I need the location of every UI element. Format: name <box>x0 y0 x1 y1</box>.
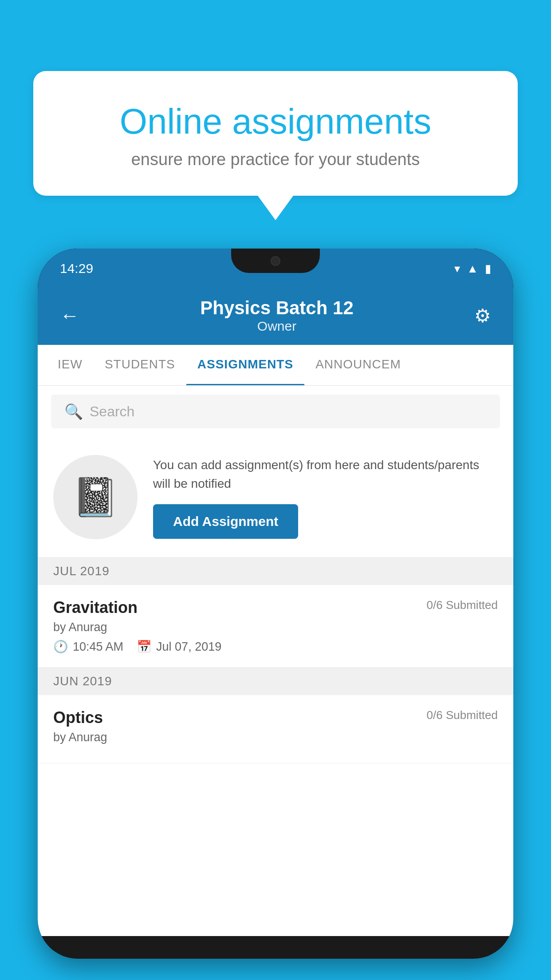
phone-notch <box>231 249 320 273</box>
section-header-jul: JUL 2019 <box>38 557 513 585</box>
camera-dot <box>271 256 280 266</box>
assignment-time-gravitation: 🕐 10:45 AM <box>53 640 123 654</box>
assignment-submitted-optics: 0/6 Submitted <box>427 708 498 722</box>
app-header: ← Physics Batch 12 Owner ⚙ <box>38 288 513 345</box>
assignment-name-optics: Optics <box>53 708 103 727</box>
phone-content: 🔍 Search 📓 You can add assignment(s) fro… <box>38 386 513 936</box>
status-icons: ▾ ▲ ▮ <box>454 262 491 276</box>
signal-icon: ▲ <box>467 262 478 276</box>
date-value-gravitation: Jul 07, 2019 <box>156 640 221 654</box>
back-button[interactable]: ← <box>60 304 79 327</box>
tab-announcements[interactable]: ANNOUNCEM <box>304 345 412 385</box>
speech-bubble-container: Online assignments ensure more practice … <box>33 71 518 220</box>
header-subtitle: Owner <box>200 319 354 334</box>
header-title: Physics Batch 12 <box>200 297 354 319</box>
promo-icon-circle: 📓 <box>53 455 138 539</box>
header-center: Physics Batch 12 Owner <box>200 297 354 334</box>
search-bar[interactable]: 🔍 Search <box>51 395 500 428</box>
assignment-item-gravitation[interactable]: Gravitation 0/6 Submitted by Anurag 🕐 10… <box>38 585 513 668</box>
assignment-submitted-gravitation: 0/6 Submitted <box>427 598 498 612</box>
tab-assignments[interactable]: ASSIGNMENTS <box>186 345 304 385</box>
search-icon: 🔍 <box>64 403 83 420</box>
speech-bubble: Online assignments ensure more practice … <box>33 71 518 196</box>
add-assignment-button[interactable]: Add Assignment <box>153 504 298 539</box>
assignment-author-optics: by Anurag <box>53 731 498 744</box>
assignment-date-gravitation: 📅 Jul 07, 2019 <box>137 640 221 654</box>
status-bar: 14:29 ▾ ▲ ▮ <box>38 249 513 288</box>
assignment-author-gravitation: by Anurag <box>53 620 498 634</box>
battery-icon: ▮ <box>485 262 491 276</box>
speech-bubble-title: Online assignments <box>69 102 482 141</box>
wifi-icon: ▾ <box>454 262 460 276</box>
notebook-icon: 📓 <box>72 475 119 519</box>
clock-icon: 🕐 <box>53 640 68 654</box>
section-header-jun: JUN 2019 <box>38 668 513 695</box>
promo-section: 📓 You can add assignment(s) from here an… <box>38 437 513 557</box>
tabs-bar: IEW STUDENTS ASSIGNMENTS ANNOUNCEM <box>38 345 513 386</box>
settings-icon[interactable]: ⚙ <box>474 305 491 327</box>
status-time: 14:29 <box>60 261 93 276</box>
tab-iew[interactable]: IEW <box>47 345 94 385</box>
speech-bubble-subtitle: ensure more practice for your students <box>69 150 482 169</box>
speech-bubble-arrow <box>258 196 293 220</box>
promo-text: You can add assignment(s) from here and … <box>153 456 498 493</box>
assignment-top-row: Gravitation 0/6 Submitted <box>53 598 498 617</box>
time-value-gravitation: 10:45 AM <box>73 640 123 654</box>
phone-container: 14:29 ▾ ▲ ▮ ← Physics Batch 12 Owner ⚙ I… <box>38 249 513 980</box>
search-bar-container: 🔍 Search <box>38 386 513 437</box>
assignment-name-gravitation: Gravitation <box>53 598 138 617</box>
assignment-meta-gravitation: 🕐 10:45 AM 📅 Jul 07, 2019 <box>53 640 498 654</box>
calendar-icon: 📅 <box>137 640 152 654</box>
search-placeholder-text: Search <box>90 403 134 420</box>
phone-frame: 14:29 ▾ ▲ ▮ ← Physics Batch 12 Owner ⚙ I… <box>38 249 513 959</box>
section-month-jul: JUL 2019 <box>53 564 110 578</box>
promo-right: You can add assignment(s) from here and … <box>153 456 498 539</box>
assignment-top-row-optics: Optics 0/6 Submitted <box>53 708 498 727</box>
assignment-item-optics[interactable]: Optics 0/6 Submitted by Anurag <box>38 695 513 763</box>
section-month-jun: JUN 2019 <box>53 674 112 688</box>
tab-students[interactable]: STUDENTS <box>94 345 186 385</box>
